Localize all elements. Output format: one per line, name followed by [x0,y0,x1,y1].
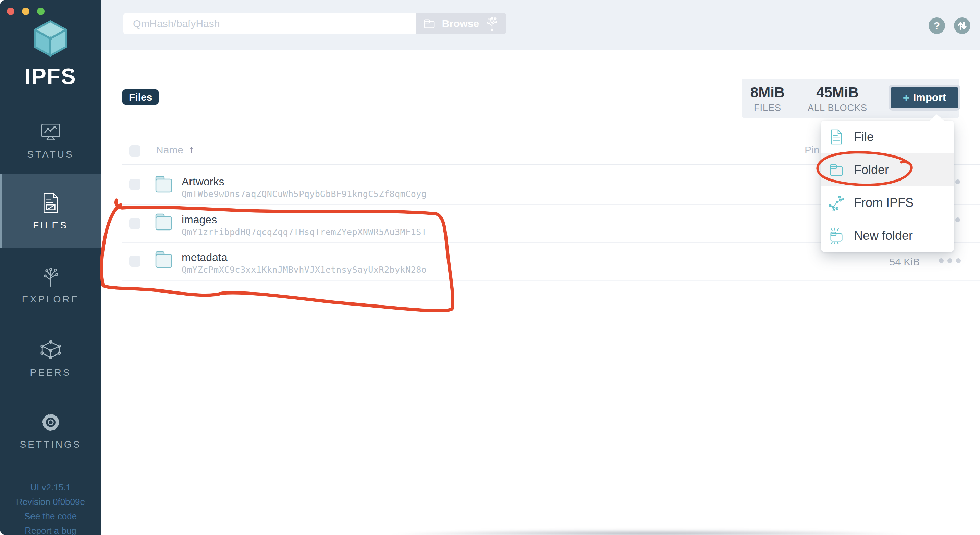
menu-item-label: Folder [854,163,889,177]
stat-files-size: 8MiB FILES [730,79,805,113]
up-down-arrows-icon [956,20,968,32]
topbar: Browse ? [101,0,980,50]
breadcrumb-files-badge[interactable]: Files [123,89,159,105]
row-checkbox[interactable] [129,256,140,267]
see-the-code-link[interactable]: See the code [0,511,101,522]
menu-item-new-folder[interactable]: New folder [821,219,954,252]
menu-item-file[interactable]: File [821,121,954,154]
browse-button[interactable]: Browse [416,13,506,34]
row-checkbox[interactable] [129,218,140,229]
peers-cube-icon [40,339,62,362]
sidebar: IPFS STATUS FILES [0,0,101,535]
ipfs-cube-logo-icon [31,18,70,59]
stat-all-blocks-size: 45MiB ALL BLOCKS [800,79,875,113]
file-cid: QmTWbe9wDns7aqZQNCuWh5PqybGbBF91kngC5Zf8… [181,189,426,199]
ui-version-link[interactable]: UI v2.15.1 [0,482,101,493]
ipfs-webui-window: IPFS STATUS FILES [0,0,980,535]
window-controls [7,8,45,15]
active-item-accent-bar [0,174,2,248]
sidebar-item-files[interactable]: FILES [0,174,101,248]
row-divider [122,280,980,281]
menu-item-from-ipfs[interactable]: From IPFS [821,186,954,219]
sort-ascending-arrow-icon[interactable]: ↑ [189,143,194,155]
select-all-checkbox[interactable] [129,145,140,157]
sidebar-item-status[interactable]: STATUS [0,115,101,166]
file-cid: QmYZcPmXC9c3xx1KknJMBvhVJX1etnsySayUxR2b… [181,265,426,275]
stat-label: ALL BLOCKS [800,103,875,113]
stat-value: 8MiB [730,84,805,101]
close-window-button[interactable] [7,8,14,15]
minimize-window-button[interactable] [22,8,29,15]
report-a-bug-link[interactable]: Report a bug [0,525,101,535]
column-header-name[interactable]: Name [156,144,183,156]
new-folder-icon [829,227,844,244]
import-dropdown-menu: File Folder From IPFS [821,121,954,252]
dropdown-caret [929,114,944,121]
row-checkbox[interactable] [129,179,140,190]
stat-label: FILES [730,103,805,113]
sidebar-item-label: EXPLORE [22,294,79,305]
browse-tree-icon [485,16,499,31]
folder-icon[interactable] [154,173,173,195]
sidebar-footer: UI v2.15.1 Revision 0f0b09e See the code… [0,482,101,535]
folder-icon [829,162,844,178]
sidebar-item-label: STATUS [27,149,74,160]
menu-item-label: New folder [854,229,913,243]
plus-icon: + [903,91,910,105]
breadcrumb-label: Files [129,92,152,103]
browse-button-label: Browse [442,18,479,29]
help-button[interactable]: ? [929,17,945,34]
menu-item-label: From IPFS [854,195,913,210]
explore-tree-icon [40,266,62,288]
ipfs-network-icon [829,195,844,211]
sidebar-item-explore[interactable]: EXPLORE [0,260,101,311]
import-button[interactable]: + Import [891,87,958,108]
sidebar-item-label: SETTINGS [19,439,81,450]
files-document-icon [40,192,62,214]
row-actions-ellipsis[interactable] [939,258,961,263]
search-input[interactable] [123,13,416,34]
browse-folder-icon [423,17,436,30]
app-logo-text: IPFS [0,64,101,89]
file-name[interactable]: metadata [181,251,227,264]
menu-item-label: File [854,130,874,144]
sidebar-item-label: PEERS [30,367,71,378]
row-actions-ellipsis[interactable] [955,217,960,222]
file-size: 54 KiB [868,256,920,268]
revision-link[interactable]: Revision 0f0b09e [0,497,101,507]
folder-icon[interactable] [154,249,173,270]
file-name[interactable]: Artworks [181,175,224,188]
zoom-window-button[interactable] [37,8,45,15]
file-icon [829,129,844,145]
sidebar-item-label: FILES [33,220,68,231]
window-bottom-shadow [319,530,980,535]
column-header-pin: Pin [805,144,819,156]
transfer-button[interactable] [954,17,970,34]
menu-item-folder[interactable]: Folder [821,154,954,186]
sidebar-item-settings[interactable]: SETTINGS [0,405,101,456]
row-actions-ellipsis[interactable] [955,179,960,184]
file-cid: QmY1zrFibpdHQ7qcqZqq7THsqTremZYepXNWR5Au… [181,227,426,237]
file-name[interactable]: images [181,213,217,226]
folder-icon[interactable] [154,211,173,232]
stat-value: 45MiB [800,84,875,101]
import-button-label: Import [913,92,946,104]
sidebar-item-peers[interactable]: PEERS [0,333,101,384]
question-mark-icon: ? [934,20,940,32]
status-monitor-icon [40,121,62,143]
settings-gear-icon [40,411,62,433]
